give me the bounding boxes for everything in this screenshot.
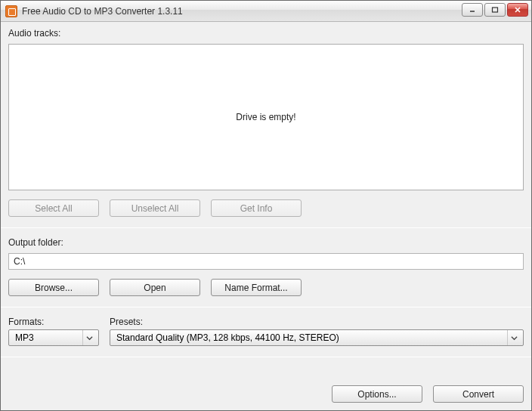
output-buttons-row: Browse... Open Name Format... xyxy=(8,279,524,296)
footer-row: Options... Convert xyxy=(8,379,524,403)
formats-select[interactable]: MP3 xyxy=(8,329,99,346)
presets-label: Presets: xyxy=(110,317,524,327)
formats-row: Formats: MP3 Presets: Standard Quality (… xyxy=(8,315,524,346)
presets-value: Standard Quality (MP3, 128 kbps, 44100 H… xyxy=(116,332,339,343)
formats-column: Formats: MP3 xyxy=(8,315,99,346)
maximize-icon xyxy=(491,6,499,14)
titlebar[interactable]: Free Audio CD to MP3 Converter 1.3.11 xyxy=(1,1,531,22)
minimize-button[interactable] xyxy=(462,3,483,17)
presets-column: Presets: Standard Quality (MP3, 128 kbps… xyxy=(110,315,524,346)
window-title: Free Audio CD to MP3 Converter 1.3.11 xyxy=(22,6,183,17)
select-all-button[interactable]: Select All xyxy=(8,199,99,217)
track-buttons-row: Select All Unselect All Get Info xyxy=(8,199,524,217)
close-button[interactable] xyxy=(507,3,528,17)
divider xyxy=(1,227,531,228)
svg-rect-1 xyxy=(493,8,498,12)
output-folder-label: Output folder: xyxy=(8,237,524,248)
output-folder-input[interactable] xyxy=(8,253,524,270)
formats-value: MP3 xyxy=(15,332,34,343)
app-icon xyxy=(5,5,17,17)
minimize-icon xyxy=(469,6,476,14)
app-window: Free Audio CD to MP3 Converter 1.3.11 Au… xyxy=(0,0,532,411)
divider xyxy=(1,357,531,357)
chevron-down-icon xyxy=(507,330,520,345)
audio-tracks-label: Audio tracks: xyxy=(8,28,524,39)
close-icon xyxy=(514,6,521,14)
window-controls xyxy=(462,3,528,17)
name-format-button[interactable]: Name Format... xyxy=(211,279,302,296)
chevron-down-icon xyxy=(82,330,95,345)
presets-select[interactable]: Standard Quality (MP3, 128 kbps, 44100 H… xyxy=(110,329,524,346)
options-button[interactable]: Options... xyxy=(332,385,422,403)
unselect-all-button[interactable]: Unselect All xyxy=(110,199,200,217)
convert-button[interactable]: Convert xyxy=(433,385,524,403)
maximize-button[interactable] xyxy=(484,3,506,17)
divider xyxy=(1,307,531,307)
tracks-list[interactable]: Drive is empty! xyxy=(8,44,524,190)
formats-label: Formats: xyxy=(8,317,99,327)
get-info-button[interactable]: Get Info xyxy=(211,199,302,217)
client-area: Audio tracks: Drive is empty! Select All… xyxy=(1,22,531,410)
open-button[interactable]: Open xyxy=(110,279,200,296)
tracks-empty-message: Drive is empty! xyxy=(236,112,295,122)
browse-button[interactable]: Browse... xyxy=(8,279,99,296)
